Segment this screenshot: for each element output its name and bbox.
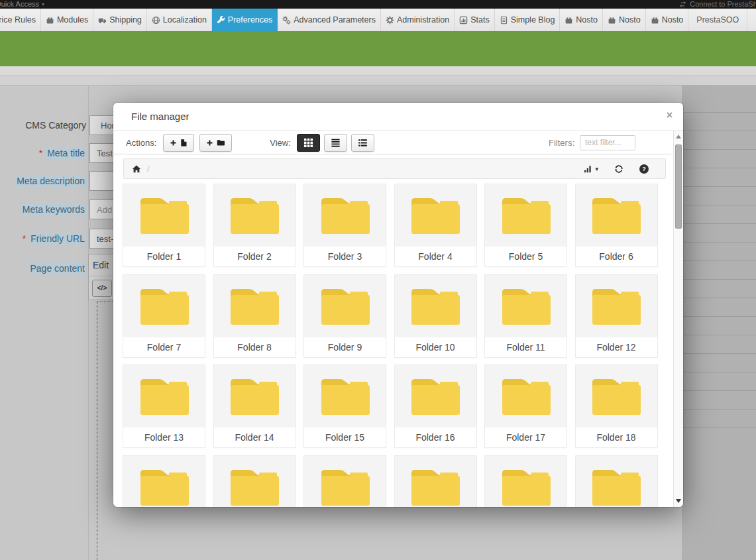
nav-item-shipping[interactable]: Shipping (93, 9, 147, 31)
folder-label: Folder 2 (214, 247, 296, 266)
folder-icon (498, 193, 555, 235)
filters-label: Filters: (549, 138, 574, 148)
brick-icon (46, 16, 54, 25)
connect-link[interactable]: Connect to PrestaShop (679, 0, 756, 9)
nav-item-nosto[interactable]: Nosto (646, 9, 689, 31)
nav-item-stats[interactable]: Stats (455, 9, 495, 31)
folder-tile[interactable]: Folder 10 (395, 275, 476, 357)
scroll-down-arrow[interactable] (676, 499, 681, 503)
grid-view-icon (303, 138, 313, 148)
folder-tile[interactable]: Folder 7 (123, 275, 205, 357)
folder-label: Folder 8 (214, 337, 296, 357)
sort-button[interactable]: ▾ (584, 164, 598, 174)
folder-label: Folder 3 (304, 247, 386, 266)
page-content-label: Page content (28, 262, 86, 274)
nav-item-administration[interactable]: Administration (381, 9, 455, 31)
caret-down-icon: ▾ (595, 166, 598, 172)
nav-item-nosto[interactable]: Nosto (560, 9, 603, 31)
required-asterisk: * (23, 233, 26, 244)
folder-tile[interactable]: Folder 8 (214, 275, 296, 357)
nav-item-preferences[interactable]: Preferences (212, 9, 278, 31)
folder-tile[interactable]: Folder 11 (485, 275, 567, 357)
folder-icon (498, 374, 555, 416)
folder-icon (136, 465, 193, 506)
folder-tile[interactable]: Folder 16 (395, 365, 476, 447)
folder-tile[interactable]: Folder 14 (214, 365, 296, 447)
close-icon[interactable]: × (667, 110, 673, 121)
new-folder-button[interactable] (199, 134, 232, 152)
form-label: CMS Category (0, 115, 86, 135)
folder-tile-partial[interactable] (395, 456, 476, 508)
form-label: *Friendly URL (0, 229, 86, 249)
folder-label: Folder 11 (485, 337, 567, 357)
folder-tile[interactable]: Folder 15 (304, 365, 386, 447)
nav-item-prestasoo[interactable]: PrestaSOO (688, 9, 747, 31)
folder-tile[interactable]: Folder 5 (485, 184, 567, 266)
help-button[interactable]: ? (639, 164, 649, 174)
nav-item-advanced-parameters[interactable]: Advanced Parameters (278, 9, 381, 31)
modal-toolbar: Actions: View: Filters: (113, 131, 673, 154)
folder-label: Folder 16 (395, 427, 476, 447)
folder-label: Folder 17 (485, 427, 567, 447)
editor-edit-menu[interactable]: Edit (93, 260, 109, 270)
folder-tile[interactable]: Folder 9 (304, 275, 386, 357)
nav-item-label: Stats (470, 15, 490, 25)
wrench-icon (217, 16, 225, 25)
folder-icon (588, 284, 645, 325)
brick-icon (651, 16, 659, 25)
folder-tile[interactable]: Folder 2 (214, 184, 296, 266)
list-view-button[interactable] (324, 134, 347, 152)
nav-item-label: Shipping (109, 15, 142, 25)
folder-tile[interactable]: Folder 17 (485, 365, 567, 447)
nav-item-nosto[interactable]: Nosto (603, 9, 646, 31)
form-row-page-content: Page content (0, 258, 86, 278)
folder-tile[interactable]: Folder 1 (123, 184, 205, 266)
folder-label: Folder 12 (576, 337, 657, 357)
folder-tile[interactable]: Folder 18 (576, 365, 657, 447)
folder-icon (588, 374, 645, 416)
folder-tile[interactable]: Folder 4 (395, 184, 476, 266)
folder-tile[interactable]: Folder 3 (304, 184, 386, 266)
folder-icon (588, 465, 645, 506)
modal-title: File manager (113, 103, 683, 131)
folder-icon (136, 193, 193, 235)
folder-tile-partial[interactable] (304, 456, 386, 508)
folder-icon (498, 465, 555, 506)
caret-down-icon: ▾ (42, 0, 44, 9)
folder-tile-partial[interactable] (123, 456, 205, 508)
grid-view-button[interactable] (297, 134, 320, 152)
nav-item-localization[interactable]: Localization (147, 9, 212, 31)
nav-item-simple-blog[interactable]: Simple Blog (495, 9, 561, 31)
scroll-thumb[interactable] (675, 144, 682, 229)
folder-tile[interactable]: Folder 13 (123, 365, 205, 447)
folder-tile[interactable]: Folder 6 (576, 184, 657, 266)
nav-item-label: Administration (397, 15, 449, 25)
folder-tile-partial[interactable] (214, 456, 296, 508)
nav-item-modules[interactable]: Modules (41, 9, 93, 31)
home-button[interactable] (132, 164, 141, 174)
folder-label: Folder 5 (485, 247, 567, 266)
nav-item-label: PrestaSOO (696, 15, 739, 25)
folder-tile-partial[interactable] (576, 456, 657, 508)
quick-access-label: Quick Access (0, 0, 39, 9)
folder-tile-partial[interactable] (485, 456, 567, 508)
columns-view-button[interactable] (351, 134, 374, 152)
folder-tile[interactable]: Folder 12 (576, 275, 657, 357)
nav-item-price-rules[interactable]: Price Rules (0, 9, 41, 31)
content-divider (0, 85, 756, 85)
refresh-button[interactable] (614, 164, 623, 174)
filter-input[interactable] (580, 135, 635, 150)
scroll-up-arrow[interactable] (676, 135, 681, 139)
view-label: View: (270, 138, 291, 148)
sort-bars-icon (584, 164, 593, 174)
breadcrumb: / ▾ ? (123, 158, 666, 179)
list-view-icon (331, 138, 341, 148)
folder-label: Folder 1 (123, 247, 205, 266)
folder-icon (588, 193, 645, 235)
nav-item-label: Preferences (228, 15, 272, 25)
row-stripes (682, 94, 756, 433)
actions-label: Actions: (126, 138, 156, 148)
source-code-button[interactable]: </> (92, 280, 112, 297)
quick-access-menu[interactable]: Quick Access ▾ (0, 0, 44, 9)
new-file-button[interactable] (163, 134, 194, 152)
